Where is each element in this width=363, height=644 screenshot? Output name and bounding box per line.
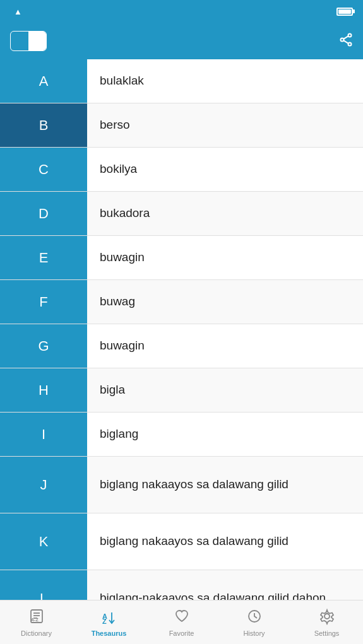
list-item[interactable]: Dbukadora — [0, 192, 363, 236]
letter-cell: J — [0, 457, 87, 513]
tab-label-settings: Settings — [314, 629, 340, 637]
dictionary-icon: A-Z — [28, 607, 45, 628]
tab-label-dictionary: Dictionary — [21, 629, 52, 637]
letter-cell: G — [0, 324, 87, 368]
settings-icon — [318, 607, 336, 628]
letter-cell: L — [0, 570, 87, 600]
tab-item-history[interactable]: History — [218, 600, 290, 644]
svg-point-0 — [348, 33, 352, 37]
filipino-lang-button[interactable] — [28, 32, 46, 50]
tab-item-thesaurus[interactable]: AZThesaurus — [73, 600, 145, 644]
wifi-icon: ▲ — [14, 7, 22, 16]
letter-cell: B — [0, 103, 87, 147]
share-icon — [339, 33, 353, 47]
list-item[interactable]: Kbiglang nakaayos sa dalawang gilid — [0, 513, 363, 570]
list-item[interactable]: Hbigla — [0, 368, 363, 413]
app-header — [0, 23, 363, 59]
svg-point-14 — [324, 614, 330, 619]
letter-cell: C — [0, 148, 87, 191]
word-cell: bigla — [87, 382, 363, 398]
word-cell: biglang nakaayos sa dalawang gilid — [87, 477, 363, 493]
letter-cell: E — [0, 236, 87, 279]
status-right — [336, 8, 353, 16]
tab-label-thesaurus: Thesaurus — [92, 629, 127, 637]
word-cell: biglang — [87, 426, 363, 442]
list-item[interactable]: Lbiglang-nakaayos sa dalawang gilid daho… — [0, 570, 363, 600]
language-toggle[interactable] — [10, 31, 47, 51]
word-cell: bukadora — [87, 206, 363, 221]
letter-cell: K — [0, 513, 87, 570]
svg-text:A-Z: A-Z — [31, 618, 39, 622]
tab-item-favorite[interactable]: Favorite — [145, 600, 218, 644]
tab-bar: A-ZDictionaryAZThesaurusFavoriteHistoryS… — [0, 600, 363, 644]
thesaurus-list: AbulaklakBbersoCbokilyaDbukadoraEbuwagin… — [0, 59, 363, 600]
status-bar: ▲ — [0, 0, 363, 23]
favorite-icon — [173, 607, 191, 628]
word-cell: buwag — [87, 294, 363, 310]
svg-point-2 — [341, 38, 344, 41]
word-cell: buwagin — [87, 250, 363, 266]
list-item[interactable]: Fbuwag — [0, 280, 363, 324]
word-cell: buwagin — [87, 338, 363, 354]
status-left: ▲ — [10, 7, 22, 16]
word-cell: bokilya — [87, 161, 363, 177]
svg-line-4 — [343, 40, 348, 44]
tab-label-favorite: Favorite — [169, 629, 194, 637]
letter-cell: A — [0, 59, 87, 103]
list-item[interactable]: Jbiglang nakaayos sa dalawang gilid — [0, 457, 363, 513]
svg-line-3 — [343, 36, 348, 39]
word-cell: biglang nakaayos sa dalawang gilid — [87, 534, 363, 549]
thesaurus-icon: AZ — [100, 607, 118, 628]
english-lang-button[interactable] — [11, 32, 28, 50]
word-cell: bulaklak — [87, 73, 363, 89]
list-item[interactable]: Ebuwagin — [0, 236, 363, 280]
list-item[interactable]: Abulaklak — [0, 59, 363, 103]
letter-cell: I — [0, 413, 87, 456]
tab-label-history: History — [243, 629, 265, 637]
history-icon — [246, 607, 263, 628]
letter-cell: D — [0, 192, 87, 235]
battery-icon — [336, 8, 353, 16]
tab-item-settings[interactable]: Settings — [290, 600, 363, 644]
list-item[interactable]: Cbokilya — [0, 148, 363, 192]
tab-item-dictionary[interactable]: A-ZDictionary — [0, 600, 73, 644]
share-button[interactable] — [339, 33, 353, 50]
letter-cell: F — [0, 280, 87, 324]
word-cell: berso — [87, 117, 363, 133]
list-item[interactable]: Bberso — [0, 103, 363, 148]
list-item[interactable]: Gbuwagin — [0, 324, 363, 368]
list-item[interactable]: Ibiglang — [0, 413, 363, 457]
svg-point-1 — [348, 42, 352, 45]
word-cell: biglang-nakaayos sa dalawang gilid dahon — [87, 590, 363, 600]
svg-text:Z: Z — [102, 618, 107, 625]
letter-cell: H — [0, 368, 87, 412]
